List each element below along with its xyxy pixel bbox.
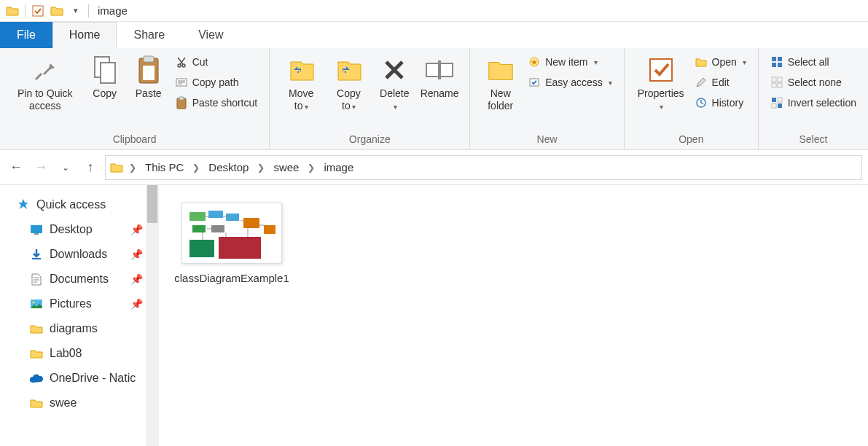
copy-icon xyxy=(90,55,120,85)
scrollbar[interactable] xyxy=(146,185,159,446)
move-to-button[interactable]: Move to▾ xyxy=(277,52,325,115)
nav-swee[interactable]: swee xyxy=(10,391,159,415)
new-folder-icon xyxy=(486,55,515,85)
tab-share[interactable]: Share xyxy=(117,22,181,48)
chevron-right-icon[interactable]: ❯ xyxy=(305,163,318,173)
paste-button[interactable]: Paste xyxy=(127,52,171,103)
chevron-right-icon[interactable]: ❯ xyxy=(126,163,139,173)
invert-selection-icon xyxy=(770,96,783,109)
forward-button[interactable]: → xyxy=(31,157,51,178)
properties-button[interactable]: Properties ▾ xyxy=(632,52,690,115)
svg-rect-27 xyxy=(31,225,42,233)
breadcrumb-item[interactable]: This PC xyxy=(142,161,187,173)
new-item-button[interactable]: New item▾ xyxy=(526,54,614,70)
pin-icon: 📌 xyxy=(130,298,143,310)
breadcrumb-item[interactable]: Desktop xyxy=(206,161,251,173)
up-button[interactable]: ↑ xyxy=(80,157,101,178)
copy-button[interactable]: Copy xyxy=(83,52,127,103)
breadcrumb-item[interactable]: swee xyxy=(270,161,302,173)
delete-button[interactable]: Delete ▾ xyxy=(372,52,417,115)
paste-shortcut-icon xyxy=(175,96,188,109)
svg-rect-37 xyxy=(211,225,224,232)
svg-rect-34 xyxy=(208,211,223,218)
qat-customize-dropdown[interactable]: ▾ xyxy=(69,4,83,18)
invert-selection-button[interactable]: Invert selection xyxy=(769,95,858,111)
address-bar[interactable]: ❯ This PC ❯ Desktop ❯ swee ❯ image xyxy=(105,155,862,180)
svg-rect-35 xyxy=(226,214,239,221)
open-button[interactable]: Open▾ xyxy=(693,54,748,70)
cut-button[interactable]: Cut xyxy=(173,54,259,70)
paste-icon xyxy=(134,55,163,85)
svg-rect-22 xyxy=(778,83,782,87)
select-none-icon xyxy=(770,76,783,89)
open-icon xyxy=(695,55,708,69)
history-button[interactable]: History xyxy=(693,95,748,111)
tab-view[interactable]: View xyxy=(181,22,240,48)
nav-documents[interactable]: Documents 📌 xyxy=(10,267,159,292)
copy-path-button[interactable]: Copy path xyxy=(173,74,259,90)
rename-button[interactable]: Rename xyxy=(417,52,463,103)
nav-lab08[interactable]: Lab08 xyxy=(10,341,159,366)
properties-icon xyxy=(646,55,676,85)
chevron-down-icon: ▾ xyxy=(394,103,397,111)
new-folder-button[interactable]: New folder xyxy=(477,52,523,115)
ribbon-group-clipboard: Pin to Quick access Copy Paste Cut xyxy=(0,48,270,149)
nav-downloads[interactable]: Downloads 📌 xyxy=(10,242,159,267)
quick-access-icon xyxy=(16,197,31,212)
svg-rect-8 xyxy=(179,97,184,100)
svg-rect-16 xyxy=(778,57,782,61)
pictures-icon xyxy=(29,297,44,311)
paste-shortcut-button[interactable]: Paste shortcut xyxy=(173,95,259,111)
back-button[interactable]: ← xyxy=(6,157,26,178)
nav-diagrams[interactable]: diagrams xyxy=(10,316,159,341)
navigation-pane: Quick access Desktop 📌 Downloads 📌 Docum… xyxy=(0,185,159,446)
nav-desktop[interactable]: Desktop 📌 xyxy=(10,217,159,242)
svg-rect-21 xyxy=(772,83,776,87)
folder-icon xyxy=(5,4,20,18)
delete-icon xyxy=(380,55,409,85)
pin-to-quick-access-button[interactable]: Pin to Quick access xyxy=(7,52,83,115)
nav-toolbar: ← → ⌄ ↑ ❯ This PC ❯ Desktop ❯ swee ❯ ima… xyxy=(0,150,868,185)
copy-to-button[interactable]: Copy to▾ xyxy=(325,52,372,115)
qat-folder-icon[interactable] xyxy=(50,4,64,18)
desktop-icon xyxy=(29,222,44,237)
ribbon-group-new: New folder New item▾ Easy access▾ New xyxy=(470,48,624,149)
main-area: Quick access Desktop 📌 Downloads 📌 Docum… xyxy=(0,185,868,446)
chevron-right-icon[interactable]: ❯ xyxy=(254,163,267,173)
file-item[interactable]: classDiagramExample1 xyxy=(173,203,290,286)
svg-rect-17 xyxy=(772,63,776,67)
tab-file[interactable]: File xyxy=(0,22,52,48)
content-pane[interactable]: classDiagramExample1 xyxy=(159,185,868,446)
nav-onedrive[interactable]: OneDrive - Natic xyxy=(10,366,159,391)
select-all-icon xyxy=(770,55,783,69)
new-item-icon xyxy=(528,55,541,69)
qat-properties-icon[interactable] xyxy=(31,4,45,18)
tab-home[interactable]: Home xyxy=(52,22,117,48)
folder-icon xyxy=(29,396,44,410)
svg-rect-2 xyxy=(101,63,115,83)
pin-icon: 📌 xyxy=(130,249,143,260)
move-to-icon xyxy=(286,55,316,85)
chevron-down-icon: ▾ xyxy=(594,58,598,66)
divider xyxy=(25,4,26,17)
select-none-button[interactable]: Select none xyxy=(769,74,858,90)
chevron-right-icon[interactable]: ❯ xyxy=(189,163,203,173)
nav-quick-access[interactable]: Quick access xyxy=(10,192,159,217)
svg-rect-24 xyxy=(778,98,782,102)
recent-locations-button[interactable]: ⌄ xyxy=(55,157,76,178)
svg-point-31 xyxy=(33,302,35,304)
breadcrumb-item[interactable]: image xyxy=(321,161,356,173)
easy-access-button[interactable]: Easy access▾ xyxy=(526,74,614,90)
edit-button[interactable]: Edit xyxy=(693,74,748,90)
onedrive-icon xyxy=(29,371,44,386)
scrollbar-thumb[interactable] xyxy=(147,185,157,223)
easy-access-icon xyxy=(528,76,541,89)
svg-rect-18 xyxy=(778,63,782,67)
pin-icon xyxy=(31,55,60,85)
select-all-button[interactable]: Select all xyxy=(769,54,858,70)
documents-icon xyxy=(29,272,44,286)
ribbon-tabs: File Home Share View xyxy=(0,22,868,48)
nav-pictures[interactable]: Pictures 📌 xyxy=(10,292,159,316)
svg-rect-13 xyxy=(650,59,672,81)
svg-rect-39 xyxy=(264,225,275,234)
